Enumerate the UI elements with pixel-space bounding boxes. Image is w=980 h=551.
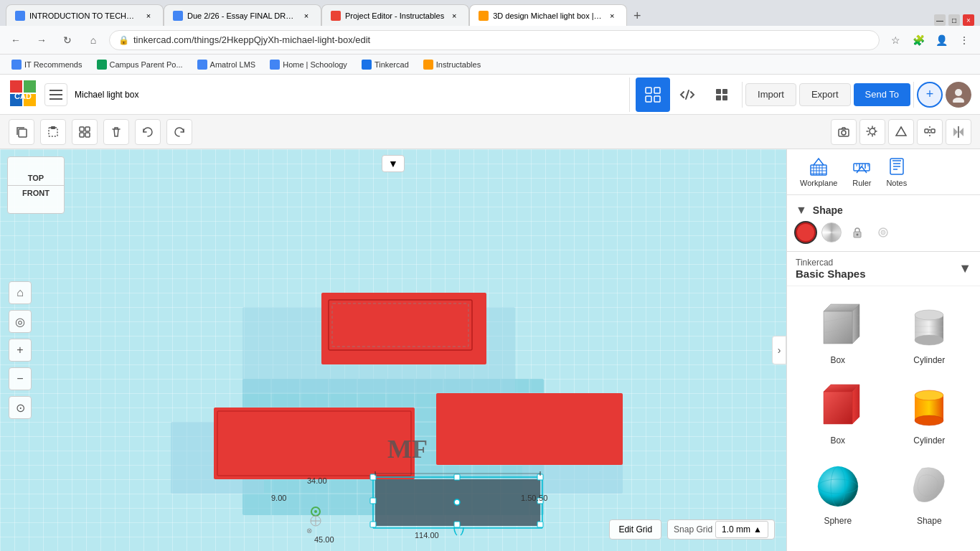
tab-3[interactable]: Project Editor - Instructables × (321, 4, 469, 26)
forward-button[interactable]: → (32, 30, 52, 50)
import-button[interactable]: Import (745, 83, 796, 106)
delete-button[interactable] (103, 119, 129, 145)
toolbar-separator-2 (913, 82, 914, 108)
panel-collapse-button[interactable]: › (772, 336, 786, 364)
home-button[interactable]: ⌂ (83, 30, 103, 50)
camera-tool-button[interactable] (831, 119, 857, 145)
tab-1-close[interactable]: × (143, 10, 154, 22)
shape-item-gray-box[interactable]: Box (793, 292, 883, 371)
svg-text:CAD: CAD (14, 92, 32, 100)
address-bar[interactable]: 🔒 tinkercad.com/things/2HkeppQjyXh-micha… (109, 30, 880, 50)
group-button[interactable] (72, 119, 98, 145)
bookmark-it-recommends[interactable]: IT Recommends (6, 58, 88, 71)
svg-point-76 (314, 510, 317, 513)
light-tool-button[interactable] (859, 119, 885, 145)
svg-rect-23 (80, 133, 84, 137)
tab-2[interactable]: Due 2/26 - Essay FINAL DRAFT... × (164, 4, 321, 26)
workplane-button[interactable]: Workplane (793, 152, 844, 192)
shape-item-orange-cylinder[interactable]: Cylinder (885, 372, 975, 451)
blocks-view-button[interactable] (705, 77, 739, 112)
ruler-button[interactable]: Ruler (844, 152, 879, 192)
add-user-button[interactable]: + (917, 82, 943, 108)
edit-grid-button[interactable]: Edit Grid (609, 519, 661, 540)
notes-button[interactable]: Notes (879, 152, 914, 192)
snap-value-button[interactable]: 1.0 mm ▲ (715, 521, 768, 538)
svg-rect-18 (19, 129, 27, 137)
tab-4[interactable]: 3D design Michael light box | Tin... × (469, 4, 627, 26)
bookmark-instructables[interactable]: Instructables (418, 58, 486, 71)
shape-item-gray-shape[interactable]: Shape (885, 453, 975, 532)
grid-view-button[interactable] (636, 77, 670, 112)
bookmark-star[interactable]: ☆ (885, 30, 905, 50)
shape-panel-title: Shape (813, 204, 843, 216)
svg-rect-15 (722, 95, 727, 100)
new-tab-button[interactable]: + (627, 6, 647, 26)
user-avatar[interactable] (946, 82, 971, 108)
align-tool-button[interactable] (917, 119, 943, 145)
hole-shape-button[interactable] (873, 222, 893, 242)
bookmark-amatrol[interactable]: Amatrol LMS (192, 58, 262, 71)
shape-dropdown-arrow[interactable]: ▼ (382, 155, 405, 172)
scene-3d: MF (0, 149, 786, 551)
bookmark-campus[interactable]: Campus Parent Po... (91, 58, 189, 71)
bookmark-label: Amatrol LMS (210, 60, 256, 69)
bookmark-tinkercad[interactable]: Tinkercad (356, 58, 415, 71)
library-dropdown-button[interactable]: ▼ (958, 261, 971, 276)
svg-rect-7 (50, 98, 62, 100)
back-button[interactable]: ← (6, 30, 26, 50)
svg-marker-28 (896, 127, 906, 136)
extensions-button[interactable]: 🧩 (908, 30, 928, 50)
maximize-button[interactable]: □ (948, 14, 960, 26)
snap-grid-label: Snap Grid (674, 524, 712, 534)
origin-crosshair: ⊗ (306, 516, 321, 534)
menu-button[interactable]: ⋮ (954, 30, 974, 50)
shape-item-gray-cylinder[interactable]: Cylinder (885, 292, 975, 371)
red-left-panel[interactable] (214, 408, 415, 479)
minimize-button[interactable]: — (934, 14, 946, 26)
tab-2-close[interactable]: × (301, 10, 312, 22)
svg-point-133 (818, 466, 858, 507)
ruler-label: Ruler (852, 179, 871, 187)
code-view-button[interactable] (670, 77, 705, 112)
copy-button[interactable] (9, 119, 34, 145)
red-right-panel[interactable] (436, 393, 623, 465)
bookmark-schoology[interactable]: Home | Schoology (264, 58, 353, 71)
hamburger-button[interactable] (44, 83, 67, 106)
lock-shape-button[interactable] (847, 222, 867, 242)
svg-rect-12 (716, 89, 721, 94)
svg-rect-30 (931, 129, 935, 133)
tab-3-title: Project Editor - Instructables (345, 11, 444, 20)
svg-marker-128 (852, 385, 859, 424)
shape-item-blue-sphere[interactable]: Sphere (793, 453, 883, 532)
tab-3-close[interactable]: × (448, 10, 460, 22)
color-red-swatch[interactable] (796, 222, 816, 242)
shape-label: Cylinder (913, 435, 945, 446)
viewport[interactable]: TOP FRONT ⌂ ◎ + − ⊙ ▼ (0, 149, 786, 551)
paste-button[interactable] (40, 119, 66, 145)
svg-point-110 (857, 234, 859, 236)
bookmark-favicon (11, 60, 22, 70)
close-window-button[interactable]: × (963, 14, 974, 26)
mirror-tool-button[interactable] (946, 119, 971, 145)
tinkercad-logo[interactable]: CAD (9, 79, 37, 110)
measurement-height: 9.00 (271, 494, 286, 502)
shape-tool-button[interactable] (888, 119, 914, 145)
tab-1[interactable]: INTRODUCTION TO TECHNOLO... × (6, 4, 164, 26)
svg-rect-13 (722, 89, 727, 94)
shape-item-red-box[interactable]: Box (793, 372, 883, 451)
redo-button[interactable] (166, 119, 192, 145)
svg-rect-11 (654, 96, 660, 102)
refresh-button[interactable]: ↻ (57, 30, 77, 50)
color-silver-swatch[interactable] (821, 222, 842, 242)
shape-label: Sphere (824, 516, 852, 526)
profile-button[interactable]: 👤 (931, 30, 951, 50)
export-button[interactable]: Export (799, 83, 851, 106)
shape-panel-collapse[interactable]: ▼ (796, 204, 807, 217)
tab-4-close[interactable]: × (606, 10, 618, 22)
red-box-top[interactable] (321, 293, 486, 364)
svg-rect-71 (454, 522, 460, 527)
send-to-button[interactable]: Send To (854, 83, 910, 106)
undo-button[interactable] (135, 119, 161, 145)
selected-box[interactable] (370, 474, 543, 535)
svg-rect-24 (85, 133, 90, 137)
